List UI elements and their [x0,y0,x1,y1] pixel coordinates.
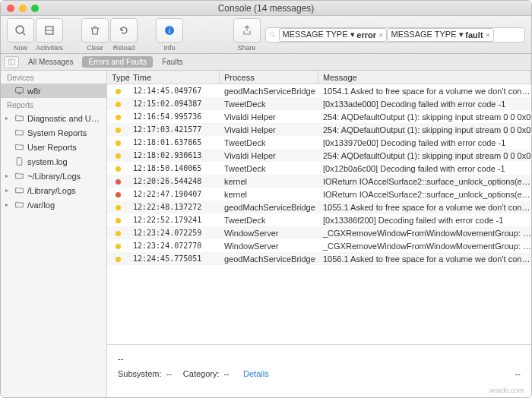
watermark: wsxdn.com [489,387,524,394]
col-process[interactable]: Process [220,71,318,84]
row-process: Vivaldi Helper [220,151,318,160]
sidebar-item-label: User Reports [27,143,77,152]
subsystem-value: -- [166,369,171,378]
column-headers: Type Time Process Message [107,71,531,84]
sidebar-item-label: system.log [27,157,68,166]
log-rows[interactable]: 12:14:45.049767geodMachServiceBridge1054… [107,84,531,344]
reload-button[interactable] [110,18,138,43]
col-time[interactable]: Time [128,71,220,84]
disclosure-icon[interactable]: ▸ [5,201,11,208]
row-process: kernel [220,177,318,186]
detail-empty: -- [118,354,521,363]
row-process: WindowServer [220,242,318,251]
minimize-icon[interactable] [19,5,27,12]
zoom-icon[interactable] [31,5,39,12]
row-process: WindowServer [220,229,318,238]
type-dot [107,138,128,147]
row-process: Vivaldi Helper [220,125,318,134]
type-dot [107,229,128,238]
sidebar-item[interactable]: ▸~/Library/Logs [1,169,106,183]
scope-faults[interactable]: Faults [156,56,188,68]
activities-button[interactable] [36,18,63,43]
log-row[interactable]: 12:14:45.049767geodMachServiceBridge1054… [107,84,531,97]
sidebar-item-label: /Library/Logs [27,186,76,195]
disclosure-icon[interactable]: ▸ [5,172,11,179]
type-dot [107,164,128,173]
sidebar-item[interactable]: System Reports [1,125,106,140]
now-button[interactable] [7,18,34,43]
share-button[interactable] [233,18,261,43]
sidebar-device-w8r[interactable]: w8r [1,84,106,98]
scope-all-messages[interactable]: All Messages [22,56,79,68]
toolbar: NowActivities ClearReload i Info Share M… [1,16,531,54]
now-label: Now [7,44,34,52]
row-message: 254: AQDefaultOutput (1): skipping input… [318,125,531,134]
log-row[interactable]: 12:17:03.421577Vivaldi Helper254: AQDefa… [107,123,531,136]
log-row[interactable]: 12:18:01.637865TweetDeck[0x133970e00] De… [107,136,531,149]
row-message: 1056.1 Asked to free space for a volume … [318,254,531,264]
remove-chip-icon[interactable]: × [486,30,490,39]
scope-errors-faults[interactable]: Errors and Faults [82,56,153,68]
log-row[interactable]: 12:20:26.544248kernelIOReturn IOAccelSur… [107,175,531,188]
row-time: 12:16:54.995736 [128,112,220,121]
svg-rect-10 [16,87,24,93]
log-row[interactable]: 12:15:02.094387TweetDeck[0x133ade000] De… [107,97,531,110]
log-row[interactable]: 12:22:52.179241TweetDeck[0x13386f200] De… [107,213,531,226]
sidebar-toggle-button[interactable] [4,56,19,68]
type-dot [107,203,128,212]
row-process: geodMachServiceBridge [220,254,318,264]
info-button[interactable]: i [156,18,183,43]
col-type[interactable]: Type [107,71,128,84]
row-process: TweetDeck [220,138,318,147]
row-message: IOReturn IOAccelSurface2::surface_unlock… [318,177,531,186]
reload-icon [118,24,130,36]
col-message[interactable]: Message [318,71,531,84]
sidebar-icon [8,58,16,66]
folder-icon [14,128,24,137]
clear-button[interactable] [81,18,109,43]
remove-chip-icon[interactable]: × [378,30,383,39]
sidebar-item[interactable]: system.log [1,154,106,169]
imac-icon [14,86,24,96]
disclosure-icon[interactable]: ▸ [5,115,11,122]
filter-chip-2[interactable]: MESSAGE TYPE ▾ fault× [387,28,494,42]
log-row[interactable]: 12:23:24.072259WindowServer_CGXRemoveWin… [107,226,531,239]
row-message: 254: AQDefaultOutput (1): skipping input… [318,112,531,122]
row-time: 12:22:47.190407 [128,190,220,198]
disclosure-icon[interactable]: ▸ [5,187,11,194]
share-label: Share [238,44,256,52]
log-row[interactable]: 12:18:50.140065TweetDeck[0x12b0a6c00] De… [107,162,531,175]
folder-icon [14,113,24,123]
type-dot [107,216,128,225]
svg-line-1 [23,33,25,35]
type-dot [107,177,128,186]
close-icon[interactable] [7,5,14,12]
reload-label: Reload [110,44,138,52]
info-label: Info [163,44,175,52]
row-message: 1055.1 Asked to free space for a volume … [318,203,531,212]
log-row[interactable]: 12:22:48.137272geodMachServiceBridge1055… [107,201,531,213]
type-dot [107,125,128,134]
subsystem-label: Subsystem: [118,369,161,378]
sidebar-item[interactable]: ▸/Library/Logs [1,183,106,197]
sidebar-item[interactable]: ▸Diagnostic and U… [1,111,106,125]
search-input[interactable] [494,30,524,39]
share-icon [241,24,253,36]
sidebar-item[interactable]: ▸/var/log [1,197,106,212]
type-dot [107,87,128,96]
type-dot [107,112,128,122]
details-link[interactable]: Details [243,369,269,378]
type-dot [107,242,128,251]
log-row[interactable]: 12:18:02.930613Vivaldi Helper254: AQDefa… [107,149,531,162]
detail-right: -- [515,369,521,378]
filter-chip-1[interactable]: MESSAGE TYPE ▾ error× [279,28,388,42]
window-title: Console (14 messages) [7,3,525,14]
log-row[interactable]: 12:16:54.995736Vivaldi Helper254: AQDefa… [107,110,531,123]
sidebar-item[interactable]: User Reports [1,140,106,154]
log-row[interactable]: 12:22:47.190407kernelIOReturn IOAccelSur… [107,188,531,201]
sidebar-reports-header: Reports [1,98,106,111]
folder-icon [14,200,24,210]
search-container[interactable]: MESSAGE TYPE ▾ error× MESSAGE TYPE ▾ fau… [265,27,525,43]
log-row[interactable]: 12:23:24.072770WindowServer_CGXRemoveWin… [107,239,531,252]
log-row[interactable]: 12:24:45.775051geodMachServiceBridge1056… [107,252,531,265]
